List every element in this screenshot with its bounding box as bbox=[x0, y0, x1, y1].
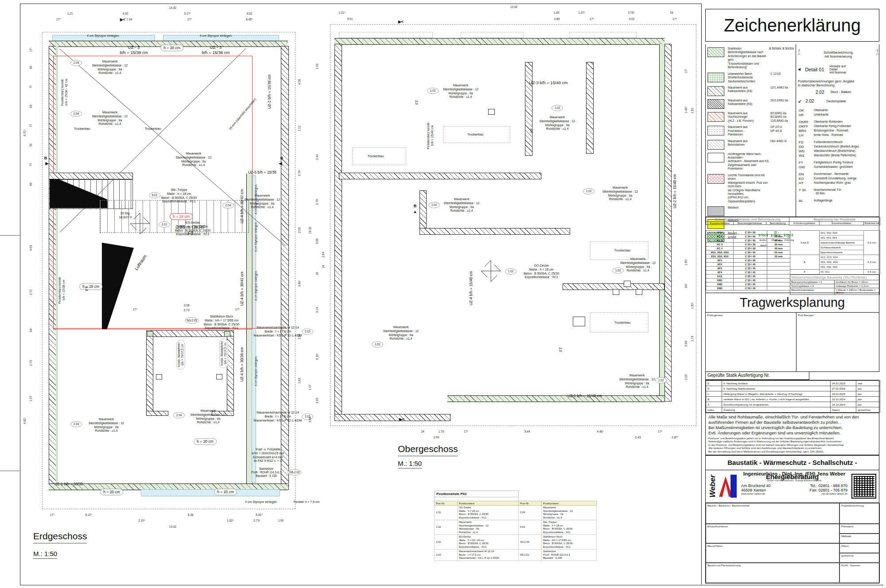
field-bauvorhaben: Bauvorhaben bbox=[706, 543, 839, 563]
abbreviation-text: Unterkante bbox=[814, 113, 828, 117]
og-durchbruch bbox=[624, 281, 631, 287]
plan-annotation: Fenstersturz konstr. b/h = 15/38 - 42 cm bbox=[61, 78, 69, 105]
legend-item-label: Leichte Trennwände sind mit einem Wandge… bbox=[728, 174, 770, 204]
company-website[interactable]: www.weber-xanten.de bbox=[741, 492, 765, 495]
plan-annotation: Mauerwerk Steinfestigkeitsklasse : 12 Mö… bbox=[383, 325, 419, 341]
field-projekt: Projektbezeichnung bbox=[839, 503, 880, 524]
eg-durchbruch bbox=[216, 374, 222, 379]
abbreviation-text: Oberkante bbox=[814, 108, 828, 112]
wu-row: Nutzungsklasse = Azulässige Rissbreite =… bbox=[790, 284, 880, 288]
plan-annotation: konstr. Wandpfeiler b/h = 70/17,5 cm bbox=[219, 338, 228, 368]
title-panel: Zeichenerklärung Stahlbeton Betonfestigk… bbox=[701, 4, 883, 584]
company-logo: Weber bbox=[707, 472, 738, 500]
dimension-label: 17⁵ bbox=[658, 430, 662, 433]
legend-item-label: unbewehrter Beton Streifenfundamente Sau… bbox=[728, 72, 770, 83]
dimension-label: 17⁵ bbox=[133, 308, 137, 311]
ks12-swatch bbox=[707, 86, 724, 96]
abbreviation-code: OKFF bbox=[799, 124, 814, 128]
plan-annotation: h = 20 cm bbox=[160, 45, 183, 51]
og-durchbruch bbox=[488, 109, 495, 115]
plan-annotation: 20 Stg. 18.6/27.0 bbox=[119, 212, 132, 220]
og-durchbruch bbox=[636, 289, 642, 295]
logo-text: Weber bbox=[708, 475, 717, 498]
dimension-label: 8.45⁵ bbox=[246, 18, 253, 21]
abbreviation-text: Wandschlitz (Breite/Tiefe/Höhe) bbox=[814, 154, 856, 158]
dimension-label: 3.66 bbox=[308, 417, 312, 423]
plan-annotation: Trockenbau bbox=[74, 127, 90, 131]
abbreviation-text: lichte Höhe - Rohmaß bbox=[814, 133, 843, 137]
legend-item: nichttragende Wand nach Ausschalen aufma… bbox=[707, 152, 794, 171]
abbreviation-code: T 30 bbox=[799, 188, 814, 196]
dimension-label: 77 bbox=[29, 124, 33, 127]
dimension-label: 4.62⁵ bbox=[23, 417, 27, 424]
plan-annotation: UZ-2 b/h = 15/38 cm bbox=[267, 74, 272, 109]
positions-note: Positionsbezeichnungen gem. Angabe in st… bbox=[798, 79, 878, 87]
plan-annotation: Mauerwerk Steinfestigkeitsklasse : 12 Mö… bbox=[92, 111, 128, 126]
abbreviation-text: Fertigteilsturz /Fertig-Türsturz bbox=[814, 161, 853, 165]
legend-item-label: Bestand bbox=[728, 206, 770, 209]
plan-annotation: Kopf- u. Fußplatte b/h/t = 200x200x15 mm… bbox=[252, 448, 284, 463]
plan-annotation: Fenstersturz konstr. b/h = 15/38 cm bbox=[58, 276, 66, 303]
note-fine-line: Bei der Vermaßung sind keine Maßtoleranz… bbox=[708, 450, 876, 454]
company-address: Am Bruckend 40 46509 Xanten bbox=[741, 484, 790, 492]
dimension-label: 5.44 bbox=[525, 430, 530, 433]
dimension-label: 60 bbox=[29, 66, 33, 69]
og-top-beam bbox=[334, 38, 664, 45]
abbreviation-row: GWGurtwicklerkasten -groß/klein bbox=[799, 165, 878, 169]
dimension-label: 12.62 bbox=[510, 5, 517, 9]
plan-annotation: UZ - 3 b/h = 15/38 cm bbox=[202, 45, 229, 55]
position-bubble: 2.04 bbox=[70, 60, 82, 66]
dimension-label: 4.02 bbox=[247, 12, 253, 15]
field-plannummer: PLAN - Nummer bbox=[839, 563, 880, 583]
abbreviation-code: OK bbox=[799, 108, 814, 112]
field-gezeichnet: gezeichnet bbox=[839, 553, 880, 563]
dimension-label: 1.21⁵ bbox=[338, 11, 345, 15]
geprueft-label: Geprüfte Statik Ausfertigung Nr. bbox=[705, 372, 809, 380]
legend-item-label: Mauerwerk aus Kalksandstein (KS) bbox=[728, 99, 770, 106]
dimension-label: 17⁵ bbox=[684, 69, 688, 73]
note-line: Bei Maßunstimmigkeiten ist unverzüglich … bbox=[708, 425, 876, 430]
position-bubble: 2.04 bbox=[70, 421, 82, 427]
position-bubble: 1.01 bbox=[505, 268, 517, 275]
abbreviation-list: OKOberkanteUKUnterkanteOKRFOberkante Roh… bbox=[798, 108, 878, 203]
plan-annotation: FT bbox=[559, 347, 563, 352]
plan-annotation: Mauerwerk Steinfestigkeitsklasse : 12 Mö… bbox=[190, 409, 226, 425]
abbreviation-row: BRHBrüstungshöhe - Rohmaß bbox=[799, 129, 878, 133]
company-email[interactable]: info @ weber-xanten.de bbox=[822, 492, 847, 495]
dimension-label: 1.21 bbox=[67, 12, 73, 15]
abbreviation-code: FD bbox=[799, 140, 814, 144]
dimension-label: 1.07 bbox=[308, 385, 312, 391]
tel-line: Tel.: 02801 - 988 870 bbox=[790, 484, 847, 488]
legend-item-spec: 20/2,0/MG IIa bbox=[770, 99, 788, 102]
position-bubble: 2.04 bbox=[173, 412, 185, 418]
legend-item-label: nichttragende Wand nach Ausschalen aufma… bbox=[728, 152, 770, 171]
dimension-label: 3.74⁵ bbox=[315, 198, 319, 205]
dimension-label: 1.12 bbox=[298, 126, 301, 132]
unbewehrt-swatch bbox=[707, 73, 724, 82]
dimension-label: 17⁵ bbox=[29, 47, 33, 52]
plan-annotation: Mauerwerk Steinfestigkeitsklasse : 12 Mö… bbox=[176, 152, 212, 167]
note-fine-line: Alle weiteren Öffnungen und Schlitze sin… bbox=[708, 447, 876, 450]
dimension-label: 19.32 bbox=[308, 227, 312, 234]
abbreviation-text: Durchmesser - Nennweite bbox=[814, 172, 849, 176]
position-bubble: 1.02 bbox=[427, 88, 439, 94]
rissbreite-rows: A bis DXA1, XA2, XA30,2 mmXF2, XF3, XF4w… bbox=[790, 230, 880, 275]
plan-annotation: Mauerwerksnachweis W 12-14 Breite : t = … bbox=[254, 326, 302, 337]
dimension-label: 2.73⁵ bbox=[253, 519, 260, 522]
note-line: Evtl. Änderungen oder Ergänzungen sind u… bbox=[708, 430, 876, 436]
plan-annotation: Mauerwerk Steinfestigkeitsklasse : 12 Mö… bbox=[620, 257, 656, 273]
abbreviation-row: ALAuflagerlänge bbox=[799, 199, 878, 203]
abbreviation-row: OKFFOberkante Fertig-Fußboden bbox=[799, 124, 878, 128]
abbreviation-code: BRH bbox=[799, 129, 814, 133]
dimension-label: 3.64⁵ bbox=[298, 280, 301, 286]
abbreviation-row: OKOberkante bbox=[799, 108, 878, 112]
dimension-label: 3.75⁵ bbox=[628, 11, 634, 15]
dimension-label: 1.63 bbox=[298, 378, 301, 384]
concrete-table: Betonfestigkeitsklasse und BetondeckungB… bbox=[705, 217, 879, 293]
legend-item-spec: B 500MA, B 500SA bbox=[769, 47, 794, 50]
dimension-label: 2.25 bbox=[684, 375, 688, 380]
legend-item-spec: 6/0,8/MG IIa 8/0,8/MG IIa 12/0,8/MG IIa bbox=[770, 112, 788, 123]
abbreviation-code: LH bbox=[799, 133, 814, 137]
position-bubble: 2.04 bbox=[222, 202, 234, 209]
field-entwurf: Entwurfsverfasser bbox=[706, 524, 839, 543]
